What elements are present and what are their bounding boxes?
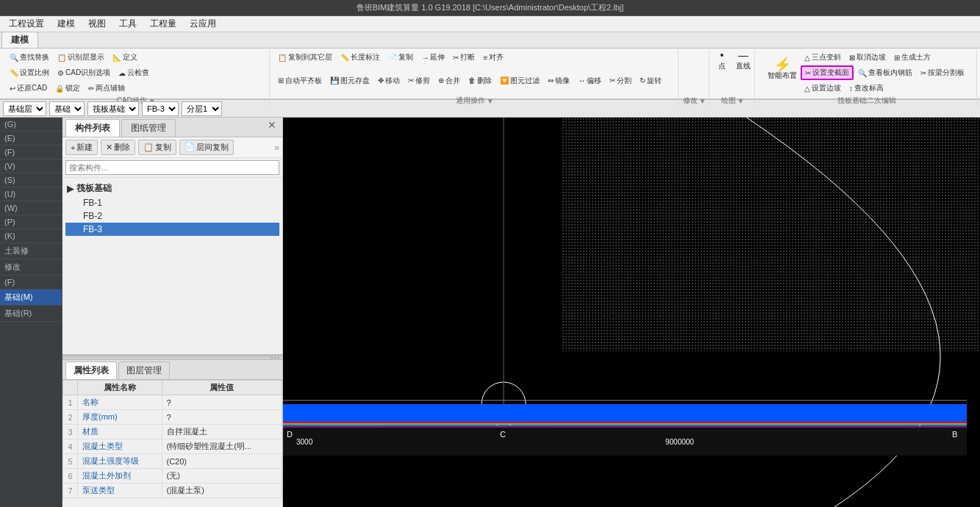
btn-zidong-pingqi[interactable]: ⊞ 自动平齐板: [274, 73, 326, 88]
btn-zhineng-buzhi[interactable]: ⚡ 智能布置: [765, 50, 800, 90]
dropdown-sublayer[interactable]: 分层1分层2: [182, 101, 222, 116]
btn-shezhi-bianpo[interactable]: △ 设置边坡: [801, 81, 845, 96]
tree-item-fb2[interactable]: FB-2: [65, 209, 279, 223]
prop-row-value[interactable]: (混凝土泵): [162, 483, 282, 498]
xiugai-group-chevron: ▼: [699, 97, 707, 105]
btn-chazhaotihuan[interactable]: 🔍 查找替换: [6, 50, 53, 65]
tree-item-fb1[interactable]: FB-1: [65, 196, 279, 209]
btn-duiqi[interactable]: ≡ 对齐: [479, 50, 507, 65]
sidebar-item-xiugai[interactable]: 修改: [0, 259, 62, 276]
prop-row-num: 5: [63, 454, 78, 469]
btn-tuyuan-guolv[interactable]: 🔽 图元过滤: [496, 73, 543, 88]
btn-zhixian[interactable]: — 直线: [733, 50, 754, 71]
btn-shengcheng-tufang[interactable]: ⊞ 生成土方: [890, 50, 934, 65]
zhineng-icon: ⚡: [776, 59, 788, 71]
dropdown-name[interactable]: FB-1FB-2FB-3: [142, 101, 179, 116]
btn-jingxiang[interactable]: ⇔ 镜像: [544, 73, 573, 88]
btn-pianyi[interactable]: ↔ 偏移: [574, 73, 605, 88]
btn-tuyuan-cunpan[interactable]: 💾 图元存盘: [326, 73, 373, 88]
prop-tab-tuceng[interactable]: 图层管理: [118, 362, 170, 379]
cad-canvas[interactable]: D 3000 C 9000000 B: [283, 118, 980, 507]
btn-yidong[interactable]: ✥ 移动: [374, 73, 404, 88]
sidebar-item-e[interactable]: (E): [0, 132, 62, 145]
btn-suoding[interactable]: 🔒 锁定: [51, 81, 84, 96]
sidebar-item-jichu-m[interactable]: 基础(M): [0, 290, 62, 306]
btn-dingyi[interactable]: 📐 定义: [109, 50, 141, 65]
coord-9m-val: 9000000: [665, 438, 694, 446]
btn-dian[interactable]: • 点: [712, 50, 732, 71]
panel-tree: ▶ 筏板基础 FB-1 FB-2 FB-3: [62, 178, 282, 354]
panel-tab-tuzhi[interactable]: 图纸管理: [121, 119, 176, 137]
prop-row-value[interactable]: ?: [162, 395, 282, 410]
dropdown-layer[interactable]: 基础层首层二层: [3, 101, 46, 116]
tree-group-header[interactable]: ▶ 筏板基础: [65, 181, 279, 196]
dropdown-type[interactable]: 基础柱梁: [49, 101, 85, 116]
btn-anliang-fenge[interactable]: ✂ 按梁分割板: [917, 65, 968, 80]
ribbon-group-faban: ⚡ 智能布置 △ 三点变斜 ⊠ 取消边坡 ⊞ 生成土方 ✂ 设置变截面 🔍 查看…: [757, 50, 977, 107]
ribbon-tab-jianjian[interactable]: 建模: [1, 32, 38, 48]
btn-fenge[interactable]: ✂ 分割: [606, 73, 635, 88]
prop-row-value[interactable]: (C20): [162, 454, 282, 469]
btn-xiujian[interactable]: ✂ 修剪: [404, 73, 434, 88]
panel-close-btn[interactable]: ✕: [265, 119, 279, 137]
menu-gongcheng-shezhi[interactable]: 工程设置: [3, 16, 50, 32]
btn-fuzhi-qita[interactable]: 📋 复制到其它层: [274, 50, 336, 65]
btn-yunjiancha[interactable]: ☁ 云检查: [115, 65, 153, 80]
btn-shibiecengxianshi[interactable]: 📋 识别层显示: [54, 50, 108, 65]
sidebar-item-f1[interactable]: (F): [0, 145, 62, 159]
panel-tab-goujian[interactable]: 构件列表: [65, 119, 120, 137]
btn-fuzhi[interactable]: 📄 复制: [385, 50, 417, 65]
btn-daduani[interactable]: ✂ 打断: [449, 50, 479, 65]
prop-row: 6 混凝土外加剂 (无): [63, 469, 282, 483]
btn-chakan-ban-gang[interactable]: 🔍 查看板内钢筋: [854, 65, 916, 80]
btn-cadshibiexuanxiang[interactable]: ⚙ CAD识别选项: [54, 65, 114, 80]
btn-xinjian[interactable]: + 新建: [65, 140, 98, 155]
btn-shanchu-panel[interactable]: ✕ 删除: [101, 140, 135, 155]
sidebar-item-jichu-r[interactable]: 基础(R): [0, 306, 62, 322]
prop-row-name: 厚度(mm): [78, 410, 162, 425]
faban-row2a: ✂ 设置变截面 🔍 查看板内钢筋 ✂ 按梁分割板: [801, 65, 968, 80]
panel-expand-btn[interactable]: »: [274, 143, 279, 153]
prop-row-num: 7: [63, 483, 78, 498]
btn-shandian-biexie[interactable]: △ 三点变斜: [801, 50, 845, 65]
btn-shezhibili[interactable]: 📏 设置比例: [6, 65, 53, 80]
sidebar-item-w[interactable]: (W): [0, 201, 62, 215]
tree-item-fb3[interactable]: FB-3: [65, 223, 279, 236]
btn-fuzhi-panel[interactable]: 📋 复制: [138, 140, 176, 155]
prop-row-value[interactable]: (特细砂塑性混凝土(明...: [162, 439, 282, 454]
btn-shanchu[interactable]: 🗑 删除: [465, 73, 496, 88]
btn-quxiao-bianpo[interactable]: ⊠ 取消边坡: [845, 50, 890, 65]
prop-row-value[interactable]: (无): [162, 469, 282, 483]
sidebar-item-v[interactable]: (V): [0, 159, 62, 173]
menu-gongchengliang[interactable]: 工程量: [144, 16, 182, 32]
tongyong-row1: 📋 复制到其它层 📏 长度标注 📄 复制 → 延伸 ✂ 打断 ≡ 对齐: [274, 50, 507, 65]
sidebar-item-s[interactable]: (S): [0, 173, 62, 187]
menu-jianjian[interactable]: 建模: [51, 16, 81, 32]
sidebar-item-tuzhuangxiu[interactable]: 土装修: [0, 243, 62, 259]
btn-huanyuancad[interactable]: ↩ 还原CAD: [6, 81, 51, 96]
prop-tab-shuxing[interactable]: 属性列表: [65, 362, 117, 379]
btn-cengjianjian-fuzhi[interactable]: 📄 层间复制: [179, 140, 234, 155]
btn-shezhi-bianjie[interactable]: ✂ 设置变截面: [801, 65, 854, 80]
btn-changdu-biaozhuan[interactable]: 📏 长度标注: [337, 50, 384, 65]
dropdown-component[interactable]: 筏板基础承台桩基础: [87, 101, 139, 116]
sidebar-item-p[interactable]: (P): [0, 215, 62, 229]
btn-xuanzhuan[interactable]: ↻ 旋转: [636, 73, 665, 88]
prop-row-value[interactable]: 自拌混凝土: [162, 425, 282, 439]
btn-hebing[interactable]: ⊕ 合并: [434, 73, 464, 88]
menu-shitu[interactable]: 视图: [82, 16, 112, 32]
sidebar-item-u[interactable]: (U): [0, 187, 62, 201]
sidebar-item-g[interactable]: (G): [0, 118, 62, 132]
ribbon-group-cad-items: 🔍 查找替换 📋 识别层显示 📐 定义 📏 设置比例 ⚙ CAD识别选项 ☁ 云…: [6, 50, 266, 96]
search-input[interactable]: [65, 160, 279, 175]
menu-gongju[interactable]: 工具: [113, 16, 143, 32]
faban-row1: ⚡ 智能布置 △ 三点变斜 ⊠ 取消边坡 ⊞ 生成土方 ✂ 设置变截面 🔍 查看…: [765, 50, 968, 96]
menu-yunyingyong[interactable]: 云应用: [184, 16, 222, 32]
prop-row-value[interactable]: ?: [162, 410, 282, 425]
sidebar-item-f2[interactable]: (F): [0, 276, 62, 290]
sidebar-item-k[interactable]: (K): [0, 229, 62, 243]
btn-chagai-biaogao[interactable]: ↕ 查改标高: [845, 81, 887, 96]
huitu-row1: • 点 — 直线: [712, 50, 754, 71]
btn-yanshen[interactable]: → 延伸: [418, 50, 448, 65]
btn-liangdianfuzhou[interactable]: ✏ 两点辅轴: [85, 81, 129, 96]
